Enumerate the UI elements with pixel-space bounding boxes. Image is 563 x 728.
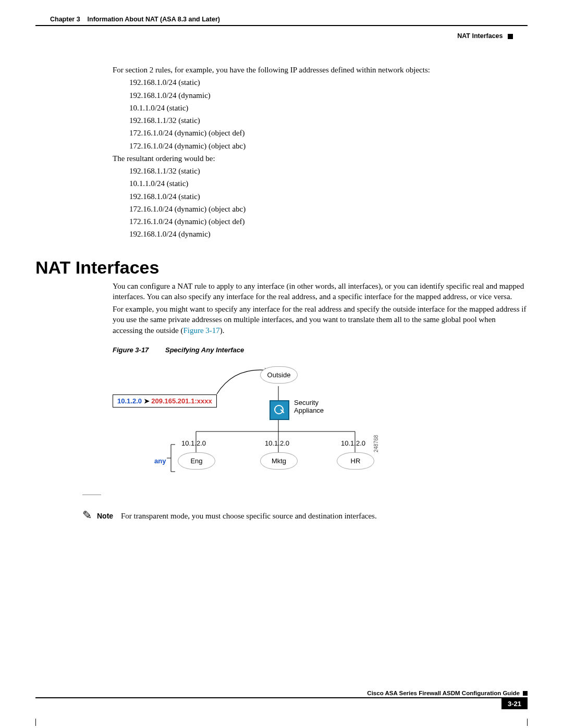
page-number: 3-21 [501,698,528,709]
list2-item: 172.16.1.0/24 (dynamic) (object abc) [113,204,528,214]
list1-item: 192.168.1.0/24 (dynamic) [113,90,528,101]
cloud-mktg: Mktg [260,452,298,470]
header-left: Chapter 3 Information About NAT (ASA 8.3… [35,16,528,23]
figure-ref-link[interactable]: Figure 3-17 [183,326,219,335]
list1-item: 10.1.1.0/24 (static) [113,103,528,113]
footer-guide-title: Cisco ASA Series Firewall ASDM Configura… [367,690,520,696]
ip-label-3: 10.1.2.0 [341,439,365,447]
footer: Cisco ASA Series Firewall ASDM Configura… [35,690,528,709]
firewall-icon [270,400,289,420]
page: Chapter 3 Information About NAT (ASA 8.3… [0,0,563,728]
list2-item: 172.16.1.0/24 (dynamic) (object def) [113,216,528,227]
intro-paragraph: For section 2 rules, for example, you ha… [113,65,528,75]
list1-item: 192.168.1.0/24 (static) [113,77,528,88]
result-paragraph: The resultant ordering would be: [113,153,528,164]
figure-diagram: 10.1.2.0 ➤ 209.165.201.1:xxxx Outside Se… [113,361,436,481]
figure-number: Figure 3-17 [113,346,149,354]
note-label: Note [97,510,121,520]
figure-caption: Figure 3-17 Specifying Any Interface [113,346,528,354]
section-heading: NAT Interfaces [35,257,528,278]
list2-item: 192.168.1.1/32 (static) [113,166,528,176]
list2-item: 192.168.1.0/24 (static) [113,191,528,202]
section-p2b: ). [220,326,225,335]
list1-item: 172.16.1.0/24 (dynamic) (object def) [113,128,528,138]
arrow-icon: ➤ [144,397,152,405]
header-right: NAT Interfaces [35,32,528,40]
list1-item: 172.16.1.0/24 (dynamic) (object abc) [113,141,528,151]
security-appliance-label: SecurityAppliance [294,399,324,414]
ip-label-1: 10.1.2.0 [181,439,206,447]
section-p2a: For example, you might want to specify a… [113,305,526,335]
note-top-rule [82,495,101,495]
list1-item: 192.168.1.1/32 (static) [113,115,528,126]
nat-mapped-ip: 209.165.201.1:xxxx [151,397,212,405]
cloud-hr: HR [337,452,374,470]
content: For section 2 rules, for example, you ha… [113,42,528,521]
note-text: For transparent mode, you must choose sp… [121,510,377,521]
nat-translation-box: 10.1.2.0 ➤ 209.165.201.1:xxxx [113,394,217,408]
any-label: any [154,457,166,465]
chapter-title: Information About NAT (ASA 8.3 and Later… [88,16,220,23]
list2-item: 10.1.1.0/24 (static) [113,178,528,189]
section-p1: You can configure a NAT rule to apply to… [113,281,528,302]
chapter-number: Chapter 3 [50,16,80,23]
section-title: NAT Interfaces [457,32,503,40]
ip-label-2: 10.1.2.0 [265,439,289,447]
header-rule [35,25,528,26]
figure-title: Specifying Any Interface [165,346,244,354]
footer-square-icon [523,691,528,696]
cloud-eng: Eng [178,452,215,470]
pencil-icon: ✎ [82,510,97,521]
crop-marks [35,719,528,726]
list2-item: 192.168.1.0/24 (dynamic) [113,229,528,239]
nat-source-ip: 10.1.2.0 [117,397,142,405]
cloud-outside: Outside [260,366,298,384]
header-square-icon [508,34,513,39]
section-p2: For example, you might want to specify a… [113,304,528,336]
note-row: ✎ Note For transparent mode, you must ch… [82,510,528,521]
figure-id: 248768 [373,435,379,452]
